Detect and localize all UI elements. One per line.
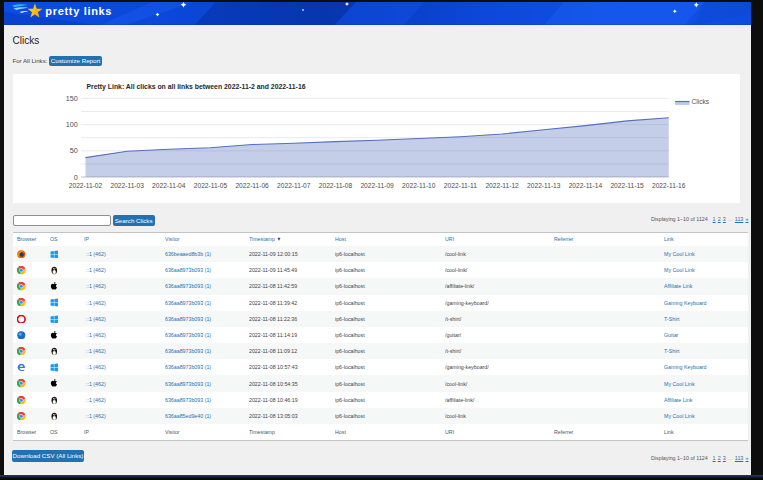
- svg-text:pretty links: pretty links: [45, 4, 112, 16]
- svg-text:2022-11-08: 2022-11-08: [318, 182, 352, 189]
- svg-text:Clicks: Clicks: [691, 99, 710, 106]
- svg-text:2022-11-10: 2022-11-10: [402, 182, 436, 189]
- svg-text:2022-11-09: 2022-11-09: [360, 182, 394, 189]
- svg-text:2022-11-02: 2022-11-02: [68, 182, 102, 189]
- svg-text:2022-11-05: 2022-11-05: [193, 182, 227, 189]
- svg-text:2022-11-16: 2022-11-16: [652, 182, 686, 189]
- svg-text:2022-11-12: 2022-11-12: [485, 182, 519, 189]
- svg-text:150: 150: [65, 94, 77, 103]
- svg-text:Pretty Link: All clicks on all: Pretty Link: All clicks on all links bet…: [86, 83, 305, 91]
- svg-text:2022-11-03: 2022-11-03: [110, 182, 144, 189]
- svg-text:2022-11-07: 2022-11-07: [277, 182, 311, 189]
- svg-text:2022-11-13: 2022-11-13: [527, 182, 561, 189]
- svg-text:2022-11-14: 2022-11-14: [568, 182, 602, 189]
- svg-text:0: 0: [73, 173, 77, 182]
- svg-text:50: 50: [69, 147, 77, 156]
- svg-text:2022-11-11: 2022-11-11: [443, 182, 477, 189]
- svg-text:100: 100: [65, 120, 77, 129]
- svg-text:2022-11-15: 2022-11-15: [610, 182, 644, 189]
- svg-text:2022-11-04: 2022-11-04: [152, 182, 186, 189]
- svg-text:2022-11-06: 2022-11-06: [235, 182, 269, 189]
